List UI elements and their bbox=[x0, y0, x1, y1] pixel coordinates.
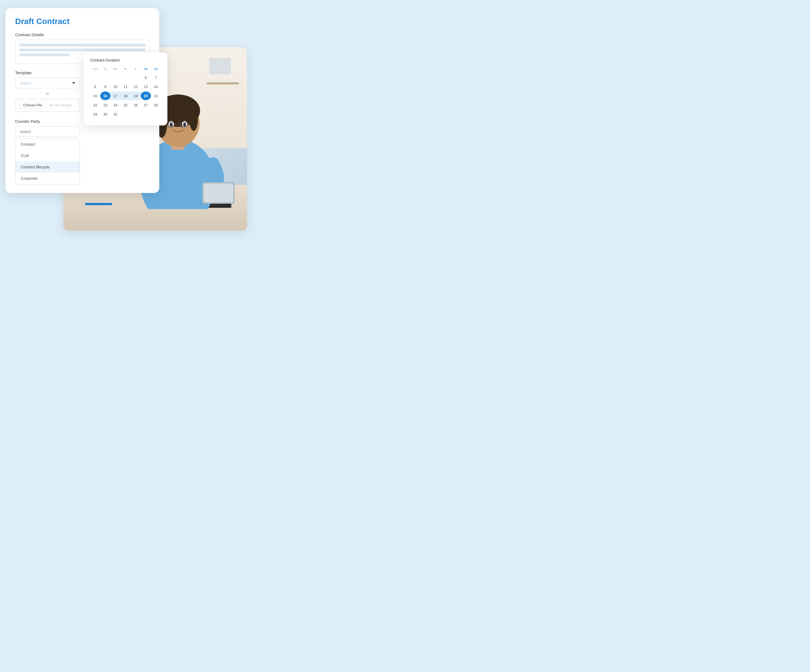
template-placeholder: Select bbox=[20, 81, 31, 85]
counter-party-input[interactable] bbox=[15, 126, 80, 137]
cal-day-15[interactable]: 15 bbox=[90, 91, 100, 100]
text-line-2 bbox=[19, 49, 145, 51]
template-select[interactable]: Select bbox=[15, 78, 80, 88]
day-mo: mo bbox=[90, 66, 100, 72]
dropdown-item-lifecycle[interactable]: Contract lifecycle bbox=[15, 162, 79, 173]
cal-day-6[interactable]: 6 bbox=[141, 73, 151, 82]
cal-day-23[interactable]: 23 bbox=[100, 101, 110, 109]
cal-day-13[interactable]: 13 bbox=[141, 83, 151, 91]
calendar-week-4: 22 23 24 25 26 27 28 bbox=[90, 101, 161, 109]
svg-rect-18 bbox=[204, 184, 233, 202]
dropdown-item-clm[interactable]: CLM bbox=[15, 150, 79, 162]
text-line-3 bbox=[19, 54, 70, 56]
counter-party-dropdown: Contract CLM Contract lifecycle Corporat… bbox=[15, 138, 80, 184]
calendar-grid: mo tu we th fr sa su 6 7 8 9 10 11 12 13… bbox=[90, 66, 161, 118]
day-fr: fr bbox=[131, 66, 141, 72]
cal-day-7[interactable]: 7 bbox=[151, 73, 161, 82]
cal-day-12[interactable]: 12 bbox=[131, 83, 141, 91]
choose-file-button[interactable]: Choose File bbox=[20, 102, 46, 108]
page-title: Draft Contract bbox=[15, 17, 150, 26]
calendar-section-label: Contract Duration bbox=[90, 58, 161, 62]
cal-day-29[interactable]: 29 bbox=[90, 110, 100, 118]
day-th: th bbox=[120, 66, 130, 72]
cal-day-27[interactable]: 27 bbox=[141, 101, 151, 109]
text-line-1 bbox=[19, 44, 145, 46]
cal-day-31[interactable]: 31 bbox=[110, 110, 120, 118]
calendar-week-3: 15 16 17 18 19 20 21 bbox=[90, 91, 161, 100]
calendar-week-2: 8 9 10 11 12 13 14 bbox=[90, 83, 161, 91]
cal-day-8[interactable]: 8 bbox=[90, 83, 100, 91]
or-divider: or bbox=[15, 91, 80, 96]
calendar-week-1: 6 7 bbox=[90, 73, 161, 82]
day-tu: tu bbox=[100, 66, 110, 72]
cal-day-20[interactable]: 20 bbox=[141, 91, 151, 100]
cal-day-26[interactable]: 26 bbox=[131, 101, 141, 109]
template-label: Template bbox=[15, 71, 80, 75]
svg-point-8 bbox=[170, 123, 173, 126]
cal-day-11[interactable]: 11 bbox=[120, 83, 130, 91]
day-sa: sa bbox=[141, 66, 151, 72]
cal-day-30[interactable]: 30 bbox=[100, 110, 110, 118]
day-su: su bbox=[151, 66, 161, 72]
cal-day-18[interactable]: 18 bbox=[120, 91, 130, 100]
file-input-row[interactable]: Choose File No file chosen bbox=[15, 99, 80, 111]
calendar-header: mo tu we th fr sa su bbox=[90, 66, 161, 72]
contract-details-label: Contract Details bbox=[15, 32, 150, 37]
day-we: we bbox=[110, 66, 120, 72]
chevron-down-icon bbox=[72, 82, 75, 84]
svg-point-5 bbox=[189, 106, 198, 131]
cal-day-17[interactable]: 17 bbox=[110, 91, 120, 100]
dropdown-item-contract[interactable]: Contract bbox=[15, 139, 79, 150]
dropdown-item-corporate[interactable]: Corporate bbox=[15, 173, 79, 184]
cal-day-25[interactable]: 25 bbox=[120, 101, 130, 109]
cal-day-28[interactable]: 28 bbox=[151, 101, 161, 109]
no-file-text: No file chosen bbox=[49, 103, 71, 107]
svg-point-9 bbox=[183, 123, 186, 126]
cal-day-9[interactable]: 9 bbox=[100, 83, 110, 91]
counter-party-label: Counter Party bbox=[15, 119, 80, 124]
calendar-card: Contract Duration mo tu we th fr sa su 6… bbox=[84, 52, 167, 126]
cal-day-16[interactable]: 16 bbox=[100, 91, 110, 100]
cal-day-19[interactable]: 19 bbox=[131, 91, 141, 100]
cal-day-14[interactable]: 14 bbox=[151, 83, 161, 91]
calendar-week-5: 29 30 31 bbox=[90, 110, 161, 118]
cal-day-24[interactable]: 24 bbox=[110, 101, 120, 109]
cal-day-22[interactable]: 22 bbox=[90, 101, 100, 109]
cal-day-21[interactable]: 21 bbox=[151, 91, 161, 100]
cal-day-10[interactable]: 10 bbox=[110, 83, 120, 91]
